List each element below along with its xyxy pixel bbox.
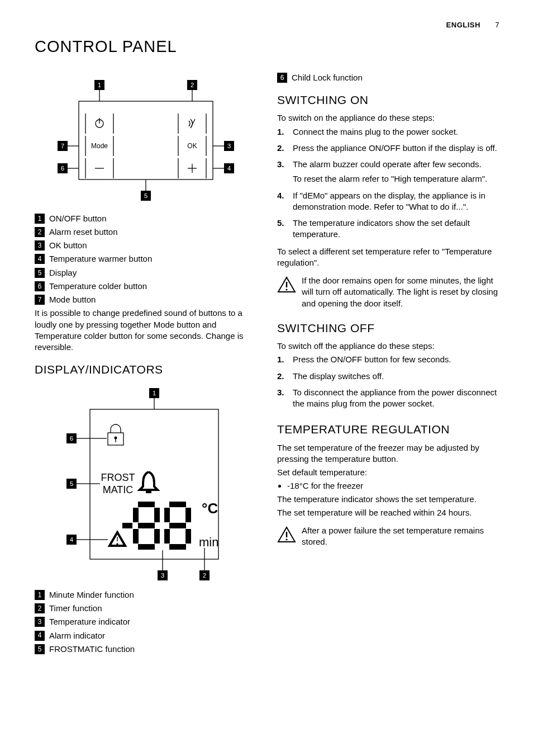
- legend-number: 4: [35, 631, 45, 641]
- warning-icon: [277, 276, 296, 293]
- svg-point-41: [115, 436, 117, 439]
- switching-on-outro: To select a different set temperature re…: [277, 246, 499, 269]
- temp-reg-p4: The set temperature will be reached with…: [277, 507, 499, 518]
- right-column: 6 Child Lock function SWITCHING ON To sw…: [277, 70, 499, 657]
- legend-item: 7Mode button: [35, 294, 257, 305]
- legend-item: 5Display: [35, 267, 257, 278]
- legend-item: 6Temperature colder button: [35, 281, 257, 292]
- legend-label: Minute Minder function: [49, 589, 134, 601]
- svg-text:1: 1: [98, 82, 101, 88]
- legend-label: ON/OFF button: [49, 213, 107, 224]
- temp-reg-p2: Set default temperature:: [277, 467, 499, 478]
- step-item: The display switches off.: [277, 371, 499, 385]
- legend-number: 7: [35, 295, 45, 305]
- legend-number: 3: [35, 240, 45, 251]
- legend-item: 2Alarm reset button: [35, 226, 257, 238]
- svg-text:4: 4: [227, 165, 231, 172]
- page-title: CONTROL PANEL: [35, 36, 499, 58]
- legend-number: 4: [35, 254, 45, 264]
- step-item: Press the appliance ON/OFF button if the…: [277, 143, 499, 157]
- header-language: ENGLISH: [446, 21, 480, 29]
- left-column: Mode OK 1 2 3: [35, 70, 257, 657]
- svg-text:6: 6: [70, 435, 73, 442]
- legend-item: 3Temperature indicator: [35, 616, 257, 627]
- legend-number: 5: [35, 644, 45, 654]
- legend-label: Mode button: [49, 294, 96, 305]
- svg-text:7: 7: [61, 143, 64, 149]
- legend-item: 1Minute Minder function: [35, 589, 257, 601]
- svg-text:min: min: [199, 535, 218, 549]
- display-heading: DISPLAY/INDICATORS: [35, 362, 257, 377]
- legend-item: 3OK button: [35, 240, 257, 251]
- temp-reg-warning: After a power failure the set temperatur…: [277, 525, 499, 550]
- display-diagram: FROST MATIC °C min: [35, 382, 257, 584]
- header-page-number: 7: [483, 20, 499, 30]
- step-item: To disconnect the appliance from the pow…: [277, 387, 499, 413]
- legend-number: 6: [35, 281, 45, 291]
- legend-item: 1ON/OFF button: [35, 213, 257, 224]
- legend-number: 2: [35, 603, 45, 613]
- switching-on-steps: Connect the mains plug to the power sock…: [277, 126, 499, 244]
- legend-number: 1: [35, 590, 45, 600]
- legend-number: 2: [35, 227, 45, 237]
- temp-regulation-heading: TEMPERATURE REGULATION: [277, 422, 499, 437]
- step-item: Press the ON/OFF button for few seconds.: [277, 354, 499, 368]
- step-item: The temperature indicators show the set …: [277, 218, 499, 244]
- step-item: If "dEMo" appears on the display, the ap…: [277, 190, 499, 216]
- switching-on-warning: If the door remains open for some minute…: [277, 275, 499, 311]
- temp-reg-bullets: -18°C for the freezer: [287, 480, 499, 492]
- switching-on-heading: SWITCHING ON: [277, 92, 499, 108]
- svg-text:2: 2: [191, 82, 194, 88]
- panel-note: It is possible to change predefined soun…: [35, 308, 257, 353]
- svg-text:4: 4: [70, 536, 73, 543]
- switching-off-heading: SWITCHING OFF: [277, 320, 499, 336]
- ok-button-label: OK: [187, 142, 197, 150]
- temp-reg-p3: The temperature indicator shows the set …: [277, 494, 499, 505]
- display-legend: 1Minute Minder function 2Timer function …: [35, 589, 257, 655]
- svg-text:MATIC: MATIC: [103, 484, 134, 495]
- switching-on-intro: To switch on the appliance do these step…: [277, 112, 499, 124]
- legend-item: 2Timer function: [35, 603, 257, 614]
- svg-point-92: [285, 539, 287, 541]
- step-item: The alarm buzzer could operate after few…: [277, 159, 499, 188]
- control-panel-diagram: Mode OK 1 2 3: [35, 73, 257, 207]
- svg-text:3: 3: [161, 572, 164, 579]
- legend-item: 6 Child Lock function: [277, 72, 499, 83]
- mode-button-label: Mode: [91, 142, 108, 150]
- legend-label: OK button: [49, 240, 87, 251]
- legend-number: 1: [35, 214, 45, 224]
- warning-text: If the door remains open for some minute…: [302, 275, 499, 309]
- svg-text:6: 6: [61, 165, 64, 172]
- legend-label: Temperature indicator: [49, 616, 130, 627]
- svg-text:2: 2: [203, 572, 206, 579]
- legend-label: Alarm reset button: [49, 226, 118, 238]
- svg-text:5: 5: [70, 480, 73, 487]
- svg-point-51: [116, 543, 118, 545]
- svg-point-90: [285, 289, 287, 290]
- warning-text: After a power failure the set temperatur…: [302, 525, 499, 548]
- panel-legend: 1ON/OFF button 2Alarm reset button 3OK b…: [35, 213, 257, 306]
- legend-number: 3: [35, 617, 45, 627]
- legend-label: Temperature warmer button: [49, 253, 152, 264]
- step-item: Connect the mains plug to the power sock…: [277, 126, 499, 141]
- svg-rect-0: [79, 101, 213, 179]
- legend-number: 6: [277, 73, 287, 83]
- legend-number: 5: [35, 268, 45, 278]
- switching-off-steps: Press the ON/OFF button for few seconds.…: [277, 354, 499, 413]
- bullet-item: -18°C for the freezer: [287, 480, 499, 492]
- legend-item: 4Temperature warmer button: [35, 253, 257, 264]
- legend-item: 4Alarm indicator: [35, 630, 257, 641]
- legend-label: Child Lock function: [292, 72, 363, 83]
- svg-text:3: 3: [227, 143, 231, 149]
- switching-off-intro: To switch off the appliance do these ste…: [277, 341, 499, 352]
- svg-text:1: 1: [153, 390, 156, 396]
- temp-reg-p1: The set temperature of the freezer may b…: [277, 442, 499, 465]
- legend-label: Display: [49, 267, 77, 278]
- legend-label: Temperature colder button: [49, 281, 147, 292]
- svg-text:FROST: FROST: [101, 472, 135, 483]
- svg-text:5: 5: [144, 192, 147, 199]
- warning-icon: [277, 526, 296, 543]
- legend-item: 5FROSTMATIC function: [35, 644, 257, 655]
- legend-label: FROSTMATIC function: [49, 644, 135, 655]
- legend-label: Alarm indicator: [49, 630, 105, 641]
